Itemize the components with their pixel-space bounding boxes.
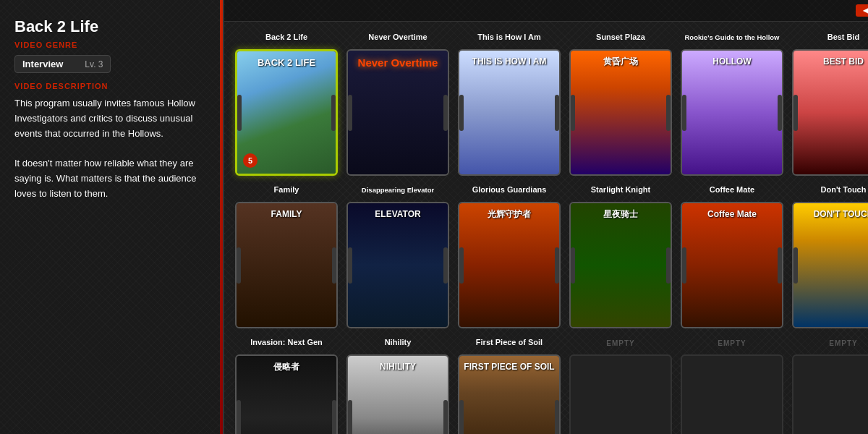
card-title-overlay: THIS IS HOW I AM	[459, 56, 559, 67]
side-grip-left	[237, 247, 241, 284]
card-title-overlay: BEST BID	[793, 56, 868, 67]
card-1-0[interactable]: FAMILY	[235, 202, 338, 328]
main-area: ◀ Back Back 2 LifeBACK 2 LIFE5Never Over…	[224, 0, 868, 434]
side-grip-left	[571, 95, 575, 131]
col-title: Starlight Knight	[591, 182, 651, 199]
desc-label: Video Description	[14, 82, 208, 90]
card-art	[348, 203, 448, 327]
col-title: Disappearing Elevator	[362, 182, 434, 199]
side-grip-right	[555, 95, 559, 131]
side-grip-right	[666, 95, 671, 131]
card-0-1[interactable]: Never Overtime	[346, 49, 449, 176]
card-title-overlay: NIHILITY	[348, 362, 448, 372]
side-grip-left	[682, 95, 686, 131]
grid-container: Back 2 LifeBACK 2 LIFE5Never OvertimeNev…	[224, 22, 868, 434]
card-1-2[interactable]: 光辉守护者	[458, 202, 561, 328]
side-grip-left	[793, 95, 798, 131]
col-title: Glorious Guardians	[472, 182, 547, 199]
card-title-overlay: Never Overtime	[348, 56, 448, 69]
card-art	[459, 51, 559, 174]
genre-badge: Interview Lv. 3	[14, 55, 111, 73]
card-1-3[interactable]: 星夜骑士	[569, 202, 672, 328]
card-2-0[interactable]: 侵略者	[235, 354, 338, 434]
side-grip-right	[443, 400, 448, 435]
side-grip-left	[348, 95, 352, 131]
side-grip-left	[459, 400, 464, 435]
card-2-1[interactable]: NIHILITY	[346, 354, 449, 434]
grid-col-1-3: Starlight Knight星夜骑士	[567, 182, 674, 328]
grid-col-2-2: First Piece of SoilFIRST PIECE OF SOIL	[456, 334, 563, 434]
side-grip-right	[331, 95, 336, 131]
side-grip-right	[778, 247, 782, 284]
card-art	[571, 203, 671, 327]
grid-col-0-3: Sunset Plaza黄昏广场	[567, 29, 674, 176]
level-text: Lv. 3	[85, 59, 103, 69]
grid-col-0-5: Best BidBEST BID	[790, 29, 868, 176]
col-title: Coffee Mate	[710, 182, 754, 199]
panel-description: This program usually invites famous Holl…	[14, 96, 208, 202]
card-1-5[interactable]: DON'T TOUCH	[792, 202, 868, 328]
side-grip-left	[793, 247, 798, 284]
card-art	[571, 51, 671, 174]
side-grip-left	[348, 247, 352, 284]
back-button[interactable]: ◀ Back	[856, 4, 868, 17]
side-grip-left	[571, 247, 575, 284]
grid-col-0-1: Never OvertimeNever Overtime	[344, 29, 451, 176]
left-panel: Back 2 Life Video Genre Interview Lv. 3 …	[0, 0, 224, 434]
card-title-overlay: BACK 2 LIFE	[237, 57, 336, 69]
card-1-1[interactable]: ELEVATOR	[346, 202, 449, 328]
card-title-overlay: HOLLOW	[682, 56, 782, 67]
card-1-4[interactable]: Coffee Mate	[681, 202, 783, 328]
side-grip-right	[778, 95, 782, 131]
col-title: Don't Touch	[821, 182, 867, 199]
grid-row-1: FamilyFAMILYDisappearing ElevatorELEVATO…	[233, 182, 868, 328]
card-art	[793, 51, 868, 174]
genre-text: Interview	[22, 59, 63, 69]
side-grip-right	[332, 400, 336, 435]
empty-col-title: EMPTY	[606, 334, 634, 352]
grid-col-0-2: This is How I AmTHIS IS HOW I AM	[456, 29, 563, 176]
panel-title: Back 2 Life	[14, 17, 208, 36]
card-0-5[interactable]: BEST BID	[792, 49, 868, 176]
card-0-4[interactable]: HOLLOW	[681, 49, 783, 176]
empty-col-title: EMPTY	[718, 334, 746, 352]
col-title: Never Overtime	[368, 29, 427, 46]
card-title-overlay: 侵略者	[237, 362, 336, 372]
card-title-overlay: FAMILY	[237, 209, 336, 219]
side-grip-left	[459, 247, 464, 284]
grid-col-2-3: EMPTY	[567, 334, 674, 434]
card-0-3[interactable]: 黄昏广场	[569, 49, 672, 176]
side-grip-left	[237, 95, 242, 131]
side-grip-right	[666, 247, 671, 284]
card-2-2[interactable]: FIRST PIECE OF SOIL	[458, 354, 561, 434]
col-title: Family	[274, 182, 299, 199]
col-title: This is How I Am	[477, 29, 541, 46]
card-art	[237, 203, 336, 327]
card-2-3[interactable]	[569, 354, 672, 434]
grid-row-0: Back 2 LifeBACK 2 LIFE5Never OvertimeNev…	[233, 29, 868, 176]
card-2-4[interactable]	[681, 354, 783, 434]
side-grip-right	[443, 95, 448, 131]
card-badge: 5	[243, 153, 258, 168]
card-title-overlay: Coffee Mate	[682, 209, 782, 219]
side-grip-right	[443, 247, 448, 284]
grid-col-1-4: Coffee MateCoffee Mate	[678, 182, 786, 328]
side-grip-right	[332, 247, 336, 284]
card-2-5[interactable]	[792, 354, 868, 434]
grid-col-2-4: EMPTY	[678, 334, 786, 434]
card-0-2[interactable]: THIS IS HOW I AM	[458, 49, 561, 176]
grid-col-1-5: Don't TouchDON'T TOUCH	[790, 182, 868, 328]
grid-col-1-1: Disappearing ElevatorELEVATOR	[344, 182, 451, 328]
grid-col-2-0: Invasion: Next Gen侵略者	[233, 334, 340, 434]
card-art	[793, 203, 868, 327]
card-art	[682, 203, 782, 327]
grid-col-1-2: Glorious Guardians光辉守护者	[456, 182, 563, 328]
side-grip-left	[237, 400, 241, 435]
grid-col-2-5: EMPTY	[790, 334, 868, 434]
card-art	[459, 203, 559, 327]
col-title: Rookie's Guide to the Hollow	[684, 29, 779, 46]
col-title: Back 2 Life	[265, 29, 307, 46]
col-title: Nihility	[385, 334, 412, 352]
card-0-0[interactable]: BACK 2 LIFE5	[235, 49, 338, 176]
col-title: Sunset Plaza	[596, 29, 645, 46]
